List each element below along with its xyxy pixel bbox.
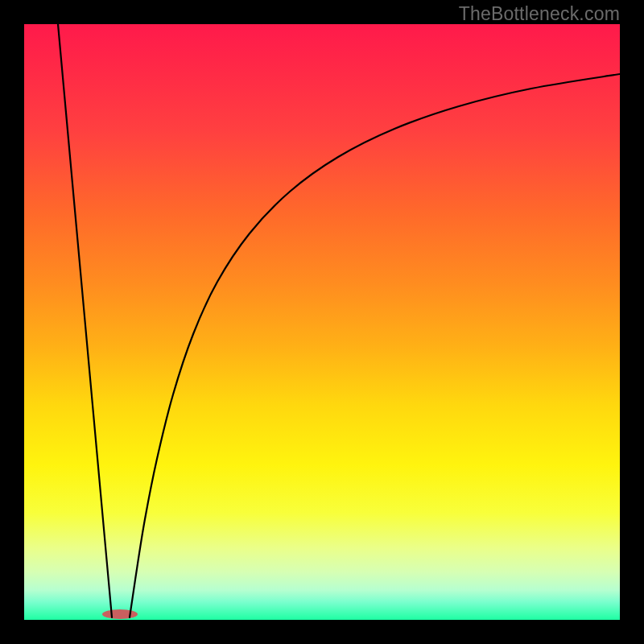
minimum-marker xyxy=(102,609,138,619)
left-branch-line xyxy=(58,24,112,617)
plot-area xyxy=(24,24,620,620)
watermark-text: TheBottleneck.com xyxy=(459,3,620,25)
plot-svg xyxy=(24,24,620,620)
right-branch-curve xyxy=(130,74,620,617)
chart-frame: TheBottleneck.com xyxy=(0,0,644,644)
